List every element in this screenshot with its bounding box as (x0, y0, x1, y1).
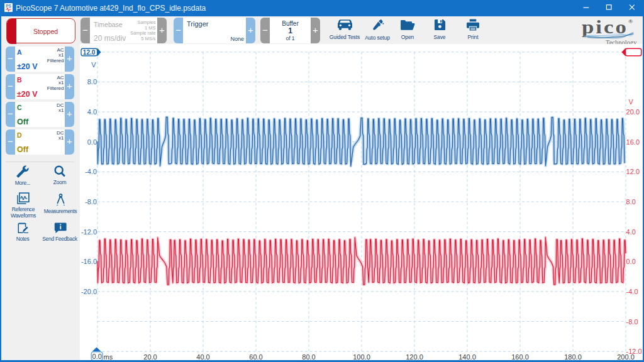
svg-text:-12.0: -12.0 (81, 228, 97, 236)
svg-text:12.0: 12.0 (626, 168, 640, 175)
svg-text:180.0: 180.0 (564, 353, 582, 361)
svg-text:120.0: 120.0 (406, 353, 423, 361)
svg-text:-4.0: -4.0 (626, 288, 638, 295)
svg-text:-4.0: -4.0 (85, 168, 97, 175)
svg-text:200.0: 200.0 (617, 353, 635, 361)
svg-text:0.0: 0.0 (626, 258, 636, 265)
svg-text:PS: PS (6, 4, 11, 8)
svg-text:12.0: 12.0 (83, 49, 96, 56)
svg-text:V: V (91, 61, 96, 69)
svg-text:20.0: 20.0 (626, 108, 640, 116)
svg-text:160.0: 160.0 (511, 353, 529, 361)
svg-text:ms: ms (104, 353, 113, 361)
svg-text:0.0: 0.0 (87, 138, 97, 146)
svg-text:140.0: 140.0 (458, 353, 476, 361)
svg-text:60.0: 60.0 (249, 353, 262, 361)
svg-text:V: V (629, 98, 634, 106)
svg-text:-20.0: -20.0 (81, 288, 97, 295)
svg-text:-16.0: -16.0 (81, 258, 97, 265)
svg-text:100.0: 100.0 (353, 353, 370, 361)
svg-text:-8.0: -8.0 (85, 198, 97, 206)
svg-text:8.0: 8.0 (87, 78, 97, 85)
svg-text:20.0: 20.0 (143, 353, 157, 361)
svg-text:40.0: 40.0 (196, 353, 209, 361)
svg-text:-8.0: -8.0 (626, 318, 638, 326)
svg-text:80.0: 80.0 (302, 353, 315, 361)
svg-text:4.0: 4.0 (87, 108, 97, 116)
svg-text:0.0: 0.0 (92, 353, 102, 360)
svg-text:4.0: 4.0 (626, 228, 636, 236)
svg-text:16.0: 16.0 (626, 138, 640, 146)
svg-text:8.0: 8.0 (626, 198, 636, 206)
